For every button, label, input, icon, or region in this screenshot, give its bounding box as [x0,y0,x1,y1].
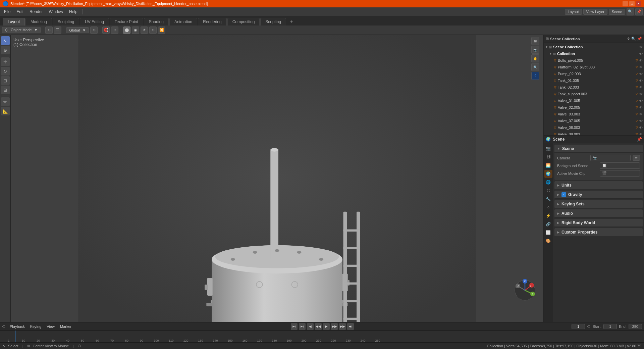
zoom-btn[interactable]: 🔍 [531,63,539,71]
tool-cursor[interactable]: ⊕ [1,46,10,54]
item-7-vis[interactable]: 👁 [639,106,643,109]
current-frame-input[interactable]: 1 [572,324,585,329]
tool-measure[interactable]: 📐 [1,107,10,115]
outliner-item-collection[interactable]: ▼ ⊞ Collection 👁 [544,50,644,57]
tab-scripting[interactable]: Scripting [260,18,286,26]
search-button[interactable]: 🔍 [627,8,634,15]
render-menu[interactable]: Render [27,9,45,15]
item-8-vis[interactable]: 👁 [639,112,643,116]
viewport-gizmo-btn[interactable]: 🔀 [158,27,165,34]
section-custom-properties-header[interactable]: ▶ Custom Properties [554,228,643,236]
props-particles-btn[interactable]: ⁘ [544,203,552,211]
props-modifiers-btn[interactable]: 🔧 [544,195,552,203]
tool-annotate[interactable]: ✏ [1,97,10,106]
viewport-shading-rendered[interactable]: ☀ [141,27,148,34]
timeline-ruler[interactable]: 1 10 20 30 40 50 60 70 80 90 100 110 120… [0,331,644,342]
outliner-content[interactable]: ▼ ⊞ Scene Collection 👁 ▼ ⊞ Collection 👁 … [544,43,644,135]
tool-scale[interactable]: ⊡ [1,76,10,85]
outliner-item-4[interactable]: ▽ Tank_02.003 ▽ 👁 [544,84,644,91]
outliner-item-1[interactable]: ▽ Platform_02_pivot.003 ▽ 👁 [544,64,644,70]
item-6-vis[interactable]: 👁 [639,99,643,103]
section-units-header[interactable]: ▶ Units [554,181,643,189]
next-keyframe-btn[interactable]: ▶▶ [339,323,346,330]
section-audio-header[interactable]: ▶ Audio [554,209,643,217]
props-output-btn[interactable]: 🎞 [544,153,552,161]
item-9-vis[interactable]: 👁 [639,119,643,123]
props-physics-btn[interactable]: ⚡ [544,212,552,220]
item-3-vis[interactable]: 👁 [639,79,643,83]
outliner-search-icon[interactable]: 🔍 [631,37,636,41]
global-transform-btn[interactable]: Global ▼ [66,27,89,33]
outliner-item-9[interactable]: ▽ Valve_07.005 ▽ 👁 [544,117,644,124]
viewport-shading-material[interactable]: ◉ [132,27,139,34]
outliner-pin-icon[interactable]: 📌 [637,37,642,41]
item-10-vis[interactable]: 👁 [639,126,643,130]
item-1-vis[interactable]: 👁 [639,65,643,69]
item-2-vis[interactable]: 👁 [639,72,643,76]
viewport-options-btn[interactable]: ⊙ [45,27,53,34]
view-layer-selector[interactable]: View Layer [583,9,607,15]
start-frame-input[interactable]: 1 [603,324,617,329]
tool-select[interactable]: ↖ [1,36,10,45]
scene-collection-vis[interactable]: 👁 [639,45,643,49]
outliner-item-8[interactable]: ▽ Valve_03.003 ▽ 👁 [544,111,644,117]
maximize-button[interactable]: □ [629,1,635,6]
end-frame-input[interactable]: 250 [629,324,642,329]
viewport-mode-selector[interactable]: ⬡ Object Mode ▼ [2,27,41,33]
pin-button[interactable]: 📌 [635,8,643,15]
snap-btn[interactable]: 🧲 [102,27,110,34]
item-0-vis[interactable]: 👁 [639,59,643,62]
section-keying-sets-header[interactable]: ▶ Keying Sets [554,200,643,208]
tool-transform[interactable]: ⊞ [1,86,10,94]
props-object-btn[interactable]: ⬡ [544,187,552,195]
tab-sculpting[interactable]: Sculpting [53,18,79,26]
tool-rotate[interactable]: ↻ [1,67,10,76]
tab-texture-paint[interactable]: Texture Paint [110,18,143,26]
tab-uv-editing[interactable]: UV Editing [80,18,109,26]
scene-selector[interactable]: Scene [609,9,625,15]
camera-browse-btn[interactable]: ✏ [633,155,640,161]
next-frame-btn[interactable]: ▶▶ [331,323,338,330]
minimize-button[interactable]: — [623,1,628,6]
play-btn[interactable]: ▶ [323,323,330,330]
scene-collection-btn[interactable]: ⊞ [531,37,539,45]
viewport-display-btn[interactable]: ☰ [54,27,61,34]
item-5-vis[interactable]: 👁 [639,92,643,96]
section-rigid-body-world-header[interactable]: ▶ Rigid Body World [554,219,643,227]
tab-layout[interactable]: Layout [3,18,25,26]
props-render-btn[interactable]: 📷 [544,145,552,153]
active-movie-clip-value[interactable]: 🎬 [600,170,640,177]
prev-frame-btn2[interactable]: ◀◀ [315,323,322,330]
help-viewport-btn[interactable]: ? [531,72,539,80]
tab-animation[interactable]: Animation [169,18,197,26]
window-menu[interactable]: Window [46,9,66,15]
collection-vis[interactable]: 👁 [639,52,643,56]
tab-compositing[interactable]: Compositing [227,18,260,26]
outliner-item-3[interactable]: ▽ Tank_01.005 ▽ 👁 [544,77,644,84]
file-menu[interactable]: File [1,9,13,15]
help-menu[interactable]: Help [66,9,80,15]
nav-gizmo[interactable]: X -X Y Z [513,279,537,302]
prev-keyframe-btn[interactable]: ⏮ [299,323,306,330]
tab-modeling[interactable]: Modeling [25,18,52,26]
render-preview-btn[interactable]: 📷 [531,46,539,54]
add-workspace-button[interactable]: + [287,17,296,26]
background-scene-value[interactable]: 🔲 [600,162,640,169]
outliner-item-scene-collection[interactable]: ▼ ⊞ Scene Collection 👁 [544,44,644,50]
outliner-item-5[interactable]: ▽ Tank_support.003 ▽ 👁 [544,91,644,97]
section-scene-header[interactable]: ▼ Scene [554,145,643,153]
keying-menu[interactable]: Keying [29,325,43,329]
outliner-item-10[interactable]: ▽ Valve_08.003 ▽ 👁 [544,124,644,131]
grab-btn[interactable]: ✋ [531,54,539,62]
viewport[interactable]: User Perspective (1) Collection [11,35,543,322]
outliner-item-2[interactable]: ▽ Pump_02.003 ▽ 👁 [544,70,644,77]
gravity-checkbox[interactable]: ✓ [561,192,566,197]
view-menu[interactable]: View [45,325,56,329]
outliner-item-6[interactable]: ▽ Valve_01.005 ▽ 👁 [544,97,644,104]
section-gravity-header[interactable]: ▶ ✓ Gravity [554,191,643,199]
edit-menu[interactable]: Edit [14,9,26,15]
jump-end-btn[interactable]: ⏭ [347,323,354,330]
item-11-vis[interactable]: 👁 [639,133,643,136]
playback-menu[interactable]: Playback [8,325,26,329]
camera-value[interactable]: 📷 [590,155,631,161]
